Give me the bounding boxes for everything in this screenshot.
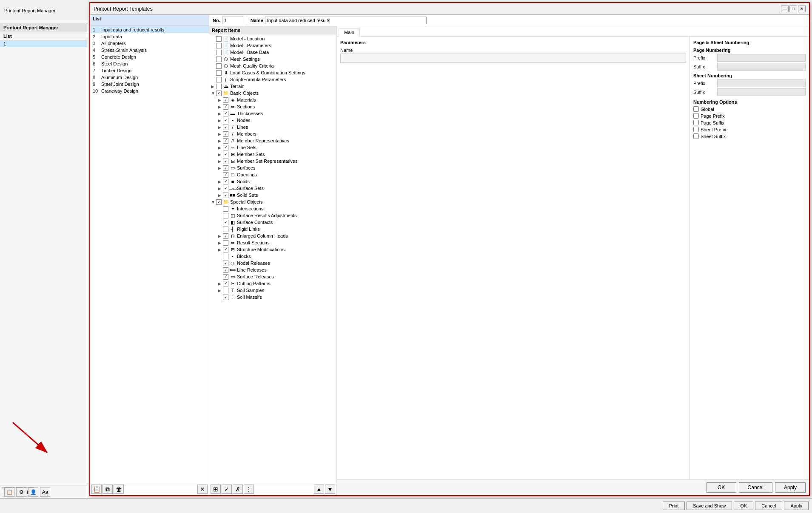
cb-surface-results-adj[interactable]: [223, 213, 228, 218]
status-print-btn[interactable]: Print: [663, 502, 685, 510]
dialog-list-item-3[interactable]: 3All chapters: [90, 40, 209, 47]
cb-solid-sets[interactable]: [223, 193, 228, 198]
name-input[interactable]: [265, 17, 427, 24]
report-item-model-location[interactable]: 📄Model - Location: [209, 35, 336, 42]
bottom-icon-4[interactable]: Aa: [40, 487, 50, 497]
cb-sheet-prefix[interactable]: [693, 127, 699, 132]
report-item-special-objects[interactable]: 📁Special Objects: [209, 198, 336, 205]
report-item-rigid-links[interactable]: ┤Rigid Links: [209, 226, 336, 232]
tab-main[interactable]: Main: [339, 28, 360, 37]
expand-members[interactable]: [218, 132, 223, 136]
cb-openings[interactable]: [223, 172, 228, 178]
dialog-close-btn[interactable]: ✕: [798, 6, 806, 12]
cb-soil-massifs[interactable]: [223, 295, 228, 300]
no-input[interactable]: [222, 17, 243, 24]
expand-terrain[interactable]: [211, 84, 216, 89]
expand-cutting-patterns[interactable]: [218, 281, 223, 286]
report-item-blocks[interactable]: ▪Blocks: [209, 253, 336, 260]
left-panel-item-1[interactable]: 1: [0, 40, 87, 47]
expand-thicknesses[interactable]: [218, 111, 223, 116]
expand-surface-sets[interactable]: [218, 186, 223, 191]
cb-member-set-representatives[interactable]: [223, 159, 228, 164]
cb-surface-sets[interactable]: [223, 186, 228, 191]
expand-basic-objects[interactable]: [211, 91, 216, 96]
cb-model-parameters[interactable]: [216, 43, 222, 48]
report-item-structure-modifications[interactable]: ⊞Structure Modifications: [209, 246, 336, 253]
report-item-line-sets[interactable]: ═Line Sets: [209, 144, 336, 151]
cancel-button[interactable]: Cancel: [739, 482, 772, 493]
expand-member-sets[interactable]: [218, 152, 223, 157]
dialog-list-item-5[interactable]: 5Concrete Design: [90, 54, 209, 60]
cb-global[interactable]: [693, 106, 699, 112]
cb-nodal-releases[interactable]: [223, 261, 228, 266]
ri-down-btn[interactable]: ▼: [325, 485, 335, 494]
cb-model-location[interactable]: [216, 36, 222, 42]
report-item-soil-massifs[interactable]: ⋮Soil Massifs: [209, 294, 336, 300]
cb-surface-contacts[interactable]: [223, 220, 228, 225]
report-item-script-formula[interactable]: ƒScript/Formula Parameters: [209, 76, 336, 83]
report-item-model-parameters[interactable]: 📄Model - Parameters: [209, 42, 336, 49]
bottom-icon-2[interactable]: ⚙: [16, 487, 26, 497]
cb-solids[interactable]: [223, 179, 228, 184]
dialog-list-item-1[interactable]: 1Input data and reduced results: [90, 26, 209, 33]
report-item-member-representatives[interactable]: //Member Representatives: [209, 137, 336, 144]
cb-members[interactable]: [223, 131, 228, 137]
cb-load-cases[interactable]: [216, 70, 222, 76]
expand-solid-sets[interactable]: [218, 193, 223, 198]
cb-lines[interactable]: [223, 125, 228, 130]
expand-lines[interactable]: [218, 125, 223, 130]
status-cancel-btn[interactable]: Cancel: [755, 502, 782, 510]
expand-sections[interactable]: [218, 105, 223, 109]
report-item-solids[interactable]: ■Solids: [209, 178, 336, 185]
status-apply-btn[interactable]: Apply: [784, 502, 809, 510]
ri-check-btn[interactable]: ✓: [222, 485, 232, 494]
report-item-openings[interactable]: □Openings: [209, 171, 336, 178]
cb-basic-objects[interactable]: [216, 91, 222, 96]
report-item-nodes[interactable]: •Nodes: [209, 117, 336, 124]
cb-member-representatives[interactable]: [223, 138, 228, 144]
report-item-solid-sets[interactable]: ■■Solid Sets: [209, 192, 336, 198]
cb-cutting-patterns[interactable]: [223, 281, 228, 286]
expand-member-representatives[interactable]: [218, 139, 223, 143]
cb-page-suffix[interactable]: [693, 120, 699, 125]
ri-filter-btn[interactable]: ⋮: [244, 485, 254, 494]
expand-soil-samples[interactable]: [218, 288, 223, 293]
dialog-minimize-btn[interactable]: —: [781, 6, 789, 12]
report-item-cutting-patterns[interactable]: ✂Cutting Patterns: [209, 280, 336, 287]
report-item-result-sections[interactable]: ═Result Sections: [209, 239, 336, 246]
cb-soil-samples[interactable]: [223, 288, 228, 293]
report-item-member-sets[interactable]: ⊟Member Sets: [209, 151, 336, 158]
report-item-sections[interactable]: ═Sections: [209, 103, 336, 110]
apply-button[interactable]: Apply: [775, 482, 806, 493]
list-close-btn[interactable]: ✕: [197, 485, 208, 494]
status-ok-btn[interactable]: OK: [734, 502, 753, 510]
page-suffix-input[interactable]: [717, 63, 806, 71]
dialog-maximize-btn[interactable]: □: [789, 6, 797, 12]
dialog-list-item-2[interactable]: 2Input data: [90, 33, 209, 40]
cb-thicknesses[interactable]: [223, 111, 228, 116]
cb-result-sections[interactable]: [223, 240, 228, 246]
cb-sections[interactable]: [223, 104, 228, 110]
report-item-surface-releases[interactable]: ▭Surface Releases: [209, 273, 336, 280]
report-item-intersections[interactable]: ✦Intersections: [209, 205, 336, 212]
cb-member-sets[interactable]: [223, 152, 228, 157]
cb-mesh-settings[interactable]: [216, 57, 222, 62]
cb-page-prefix[interactable]: [693, 113, 699, 119]
bottom-icon-1[interactable]: 📋: [4, 487, 14, 497]
report-item-line-releases[interactable]: ⟺Line Releases: [209, 266, 336, 273]
cb-materials[interactable]: [223, 97, 228, 103]
list-delete-btn[interactable]: 🗑: [114, 485, 124, 494]
expand-nodes[interactable]: [218, 118, 223, 123]
report-item-nodal-releases[interactable]: ◎Nodal Releases: [209, 260, 336, 266]
cb-mesh-quality-criteria[interactable]: [216, 63, 222, 69]
cb-line-sets[interactable]: [223, 145, 228, 150]
expand-materials[interactable]: [218, 98, 223, 102]
dialog-list-item-8[interactable]: 8Aluminum Design: [90, 74, 209, 81]
cb-surfaces[interactable]: [223, 165, 228, 171]
expand-result-sections[interactable]: [218, 241, 223, 245]
page-prefix-input[interactable]: [717, 54, 806, 62]
expand-member-set-representatives[interactable]: [218, 159, 223, 164]
report-item-mesh-settings[interactable]: ⬡Mesh Settings: [209, 56, 336, 62]
report-item-surface-sets[interactable]: ▭▭Surface Sets: [209, 185, 336, 192]
sheet-prefix-input[interactable]: [717, 79, 806, 87]
